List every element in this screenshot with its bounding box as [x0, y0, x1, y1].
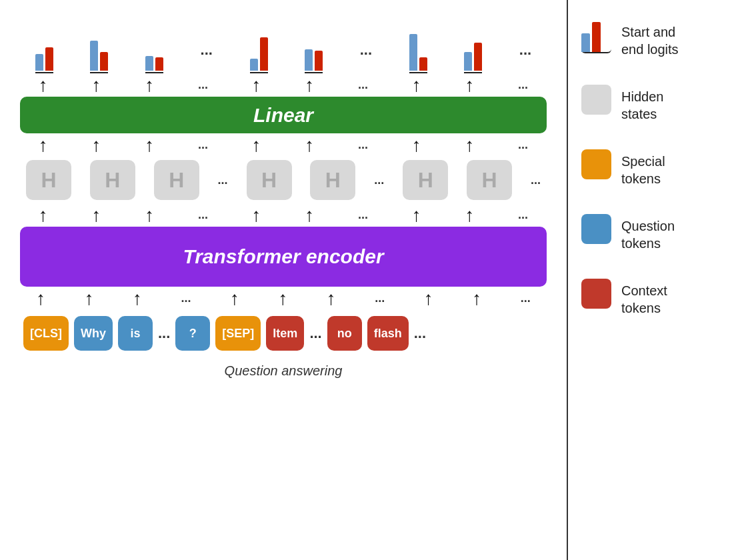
legend-blue-box-icon — [581, 214, 611, 244]
h-box-1: H — [26, 160, 71, 200]
tokens-row: [CLS] Why is ... ? [SEP] Item ... no — [17, 313, 550, 353]
dots-b3: ... — [518, 138, 528, 152]
bar-blue — [90, 41, 98, 71]
bar-red — [315, 51, 323, 71]
bar-blue — [35, 54, 43, 71]
dots-t3: ... — [414, 325, 426, 342]
bar-chart-6 — [409, 27, 427, 73]
linear-block: Linear — [20, 97, 547, 133]
bar-charts-row: ... ... ... — [17, 13, 550, 73]
dots-d2: ... — [375, 291, 385, 305]
arrow-c7: ↑ — [465, 206, 474, 225]
token-flash: flash — [367, 316, 409, 351]
bar-blue — [145, 56, 153, 71]
legend-item-special: Specialtokens — [581, 149, 725, 187]
arrows-row-3: ↑ ↑ ↑ ... ↑ ↑ ... ↑ ↑ ... — [17, 203, 550, 227]
arrow-d7: ↑ — [424, 289, 433, 308]
legend-special-label: Specialtokens — [621, 149, 665, 187]
dots-a3: ... — [518, 78, 528, 92]
dots-h3: ... — [531, 173, 541, 187]
bar-red — [100, 52, 108, 71]
h-box-7: H — [467, 160, 512, 200]
legend-orange-box-icon — [581, 149, 611, 179]
arrows-row-4: ↑ ↑ ↑ ... ↑ ↑ ↑ ... ↑ ↑ ... — [17, 287, 550, 310]
token-is: is — [118, 316, 153, 351]
main-layout: ... ... ... — [0, 0, 738, 560]
legend-item-question: Questiontokens — [581, 214, 725, 252]
arrow-b3: ↑ — [145, 136, 154, 155]
h-box-5: H — [310, 160, 355, 200]
arrow-d3: ↑ — [133, 289, 142, 308]
legend-area: Start andend logits Hiddenstates Special… — [567, 0, 738, 560]
arrow-b7: ↑ — [465, 136, 474, 155]
token-item: Item — [266, 316, 304, 351]
arrow-d4: ↑ — [230, 289, 239, 308]
arrows-row-2: ↑ ↑ ↑ ... ↑ ↑ ... ↑ ↑ ... — [17, 133, 550, 157]
arrow-2: ↑ — [92, 76, 101, 95]
bar-red — [474, 43, 482, 71]
bar-chart-4 — [250, 27, 268, 73]
legend-context-label: Contexttokens — [621, 279, 667, 317]
h-box-4: H — [247, 160, 292, 200]
bar-blue — [250, 59, 258, 71]
bar-blue — [464, 52, 472, 71]
linear-label: Linear — [253, 104, 313, 127]
token-cls: [CLS] — [23, 316, 69, 351]
legend-gray-box-icon — [581, 85, 611, 115]
arrow-b2: ↑ — [92, 136, 101, 155]
arrow-1: ↑ — [39, 76, 48, 95]
dots-b1: ... — [198, 138, 208, 152]
arrow-b6: ↑ — [412, 136, 421, 155]
arrow-d2: ↑ — [85, 289, 94, 308]
legend-question-label: Questiontokens — [621, 214, 675, 252]
token-sep: [SEP] — [215, 316, 261, 351]
arrow-d5: ↑ — [278, 289, 287, 308]
diagram-caption: Question answering — [225, 363, 343, 379]
dots-a2: ... — [358, 78, 368, 92]
bar-red — [45, 47, 53, 71]
arrow-c6: ↑ — [412, 206, 421, 225]
arrow-b5: ↑ — [305, 136, 314, 155]
dots-t1: ... — [158, 325, 170, 342]
dots-t2: ... — [309, 325, 321, 342]
legend-item-logits: Start andend logits — [581, 20, 725, 58]
bar-red — [155, 57, 163, 71]
dots-b2: ... — [358, 138, 368, 152]
legend-red-box-icon — [581, 279, 611, 309]
dots-3: ... — [519, 41, 531, 59]
h-box-2: H — [90, 160, 135, 200]
h-box-3: H — [154, 160, 199, 200]
arrow-d1: ↑ — [36, 289, 45, 308]
arrows-row-1: ↑ ↑ ↑ ... ↑ ↑ ... ↑ ↑ ... — [17, 73, 550, 97]
dots-c1: ... — [198, 208, 208, 222]
legend-item-hidden: Hiddenstates — [581, 85, 725, 123]
arrow-c4: ↑ — [252, 206, 261, 225]
bar-chart-1 — [35, 27, 53, 73]
dots-h1: ... — [218, 173, 228, 187]
dots-a1: ... — [198, 78, 208, 92]
bar-red — [260, 37, 268, 71]
arrow-c5: ↑ — [305, 206, 314, 225]
dots-c3: ... — [518, 208, 528, 222]
arrow-6: ↑ — [412, 76, 421, 95]
legend-bar-blue — [581, 33, 590, 52]
arrow-7: ↑ — [465, 76, 474, 95]
dots-1: ... — [201, 41, 213, 59]
bar-blue — [409, 34, 417, 71]
token-question: ? — [175, 316, 210, 351]
arrow-b4: ↑ — [252, 136, 261, 155]
bar-chart-2 — [90, 27, 108, 73]
hidden-states-row: H H H ... H H ... H H ... — [17, 157, 550, 203]
bar-chart-5 — [305, 27, 323, 73]
diagram-area: ... ... ... — [0, 0, 567, 560]
arrow-d6: ↑ — [327, 289, 336, 308]
arrow-5: ↑ — [305, 76, 314, 95]
arrow-c2: ↑ — [92, 206, 101, 225]
token-no: no — [327, 316, 362, 351]
dots-d1: ... — [181, 291, 191, 305]
legend-bar-red — [592, 22, 601, 52]
legend-bar-chart-icon — [581, 20, 611, 53]
bar-red — [419, 57, 427, 71]
dots-c2: ... — [358, 208, 368, 222]
legend-item-context: Contexttokens — [581, 279, 725, 317]
